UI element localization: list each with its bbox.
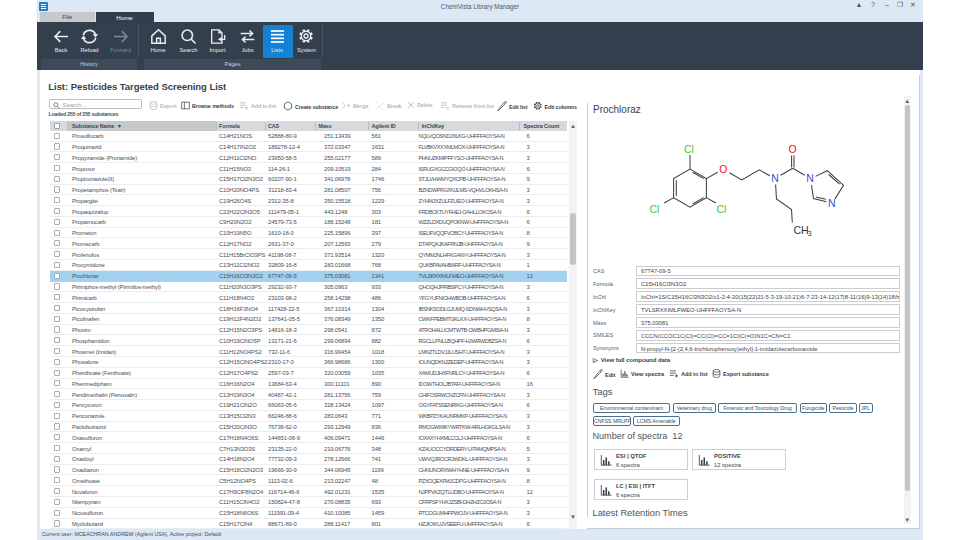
- svg-text:N: N: [828, 197, 836, 209]
- svg-text:CH: CH: [794, 224, 809, 236]
- svg-text:Cl: Cl: [684, 143, 694, 155]
- svg-text:N: N: [771, 172, 779, 184]
- svg-text:O: O: [789, 143, 797, 155]
- svg-text:Cl: Cl: [717, 203, 727, 215]
- svg-text:N: N: [806, 172, 814, 184]
- svg-text:O: O: [719, 163, 727, 175]
- svg-text:3: 3: [808, 229, 812, 238]
- svg-text:Cl: Cl: [650, 203, 660, 215]
